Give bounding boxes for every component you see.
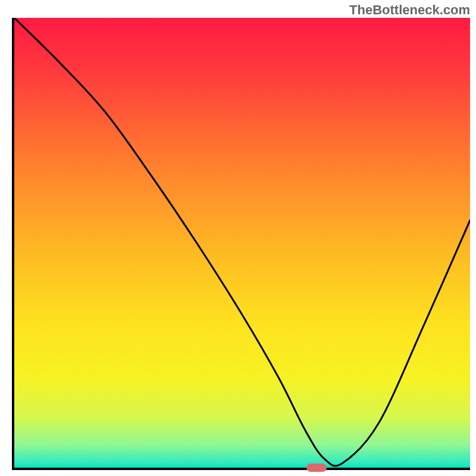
optimal-point-marker [306,464,327,472]
chart-container: TheBottleneck.com [0,0,476,476]
watermark-text: TheBottleneck.com [349,2,470,18]
gradient-background [14,18,470,468]
plot-area [12,18,470,470]
